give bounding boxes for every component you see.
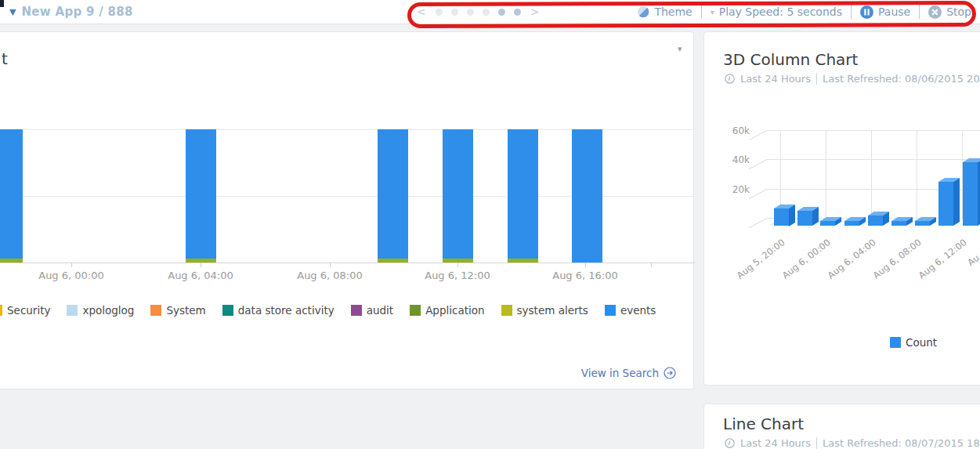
stacked-column-4[interactable] (443, 129, 473, 263)
pause-icon (860, 5, 873, 19)
pager-dot-5[interactable] (498, 9, 505, 16)
pager-dot-3[interactable] (467, 9, 474, 16)
events-segment (0, 129, 23, 263)
application-segment (0, 259, 23, 263)
pager-dot-4[interactable] (483, 9, 490, 16)
stacked-column-3[interactable] (378, 129, 408, 263)
x-axis-tick (71, 263, 72, 267)
events-segment (508, 129, 538, 263)
chevron-down-icon: ▾ (711, 8, 714, 16)
play-speed-label: Play Speed: 5 seconds (719, 5, 842, 18)
app-title: New App 9 / 888 (21, 5, 132, 19)
pager-prev-button[interactable]: < (414, 5, 429, 18)
gridline-3d-stub (749, 189, 767, 199)
column-3d-3[interactable] (820, 221, 835, 226)
x-axis-tick (585, 263, 586, 267)
x-axis-tick (457, 263, 458, 267)
subtitle-divider (816, 437, 817, 449)
pause-label: Pause (878, 5, 910, 18)
legend-item-system[interactable]: System (150, 304, 205, 317)
pager-dot-2[interactable] (451, 9, 458, 16)
column-3d-7[interactable] (915, 221, 930, 226)
legend-item-audit[interactable]: audit (351, 304, 393, 317)
legend-swatch (890, 337, 901, 348)
main-chart-legend: SecurityxpologlogSystemdata store activi… (0, 304, 656, 317)
legend-item-data-store-activity[interactable]: data store activity (222, 304, 335, 317)
x-tick-label: Aug 6, 16:00 (530, 270, 640, 281)
stacked-column-5[interactable] (508, 129, 538, 263)
legend-swatch (67, 305, 78, 316)
column-3d-side-face (789, 205, 795, 226)
pager-dots (436, 9, 521, 16)
line-chart-card: Line Chart Last 24 Hours Last Refreshed:… (703, 404, 980, 449)
events-segment (378, 129, 408, 263)
legend-item-xpologlog[interactable]: xpologlog (67, 304, 134, 317)
gridline-3d-vertical (826, 130, 826, 219)
legend-label: system alerts (517, 304, 588, 317)
stacked-column-2[interactable] (186, 129, 216, 263)
legend-label: Count (906, 336, 937, 349)
stacked-column-6[interactable] (572, 129, 602, 263)
app-header: ▼ New App 9 / 888 < > Theme ▾ Play Speed… (0, 0, 980, 24)
gridline-3d-stub (749, 218, 767, 228)
legend-item-application[interactable]: Application (410, 304, 484, 317)
app-title-dropdown[interactable]: ▼ New App 9 / 888 (9, 0, 133, 24)
playback-toolbar: Theme ▾ Play Speed: 5 seconds Pause Stop (637, 0, 971, 24)
pause-button[interactable]: Pause (860, 5, 910, 19)
application-segment (378, 259, 408, 263)
stop-button[interactable]: Stop (928, 5, 971, 19)
pager-next-button[interactable]: > (527, 5, 543, 18)
column-3d-2[interactable] (797, 211, 812, 226)
theme-button[interactable]: Theme (637, 5, 692, 18)
time-range-label: Last 24 Hours (740, 437, 811, 449)
column-3d-5[interactable] (868, 215, 883, 226)
legend-label: System (166, 304, 205, 317)
stop-label: Stop (946, 5, 971, 18)
x-axis-tick (651, 263, 652, 267)
stacked-column-1[interactable] (0, 129, 23, 263)
column-3d-6[interactable] (891, 221, 906, 226)
stop-icon (928, 5, 942, 19)
legend-swatch (0, 305, 2, 316)
dashboard-pager: < > (414, 0, 542, 24)
column-3d-9[interactable] (963, 162, 978, 226)
legend-item-security[interactable]: Security (0, 304, 50, 317)
clock-icon (725, 438, 735, 448)
application-segment (508, 259, 538, 263)
caret-down-icon: ▼ (9, 8, 16, 16)
line-chart-subtitle: Last 24 Hours Last Refreshed: 08/07/2015… (725, 437, 980, 449)
legend-item-events[interactable]: events (605, 304, 656, 317)
view-in-search-link[interactable]: View in Search (581, 367, 676, 379)
pager-dot-6[interactable] (514, 9, 521, 16)
x-axis-tick (330, 263, 331, 267)
last-refreshed-label: Last Refreshed: 08/07/2015 18:0 (823, 437, 980, 449)
x-tick-label: Aug 6, 04:00 (146, 270, 255, 281)
column-3d-8[interactable] (938, 182, 953, 226)
pager-dot-1[interactable] (436, 9, 443, 16)
legend-swatch (501, 305, 512, 316)
toolbar-divider (919, 5, 920, 19)
x-tick-label: Aug 6, 08:00 (275, 270, 385, 281)
legend-label: events (620, 304, 656, 317)
events-segment (186, 129, 216, 263)
chart3d-plot: Aug 5, 20:00Aug 6, 00:00Aug 6, 04:00Aug … (704, 32, 980, 386)
count-legend-item[interactable]: Count (890, 336, 937, 349)
legend-label: audit (367, 304, 393, 317)
events-segment (443, 129, 473, 263)
main-chart-card: t ▾ Aug 6, 00:00Aug 6, 04:00Aug 6, 08:00… (0, 31, 694, 389)
legend-label: Application (425, 304, 484, 317)
gridline-3d (767, 159, 980, 160)
column-3d-4[interactable] (844, 221, 859, 226)
legend-swatch (222, 305, 233, 316)
legend-label: Security (7, 304, 50, 317)
column-3d-1[interactable] (774, 208, 789, 226)
legend-label: data store activity (238, 304, 335, 317)
column-3d-side-face (953, 178, 960, 226)
legend-item-system-alerts[interactable]: system alerts (501, 304, 588, 317)
legend-label: xpologlog (82, 304, 134, 317)
line-chart-title: Line Chart (723, 415, 804, 433)
gridline-3d-stub (749, 159, 767, 169)
theme-contrast-icon (637, 5, 649, 18)
play-speed-button[interactable]: ▾ Play Speed: 5 seconds (711, 5, 842, 18)
column-3d-chart-card: 3D Column Chart Last 24 Hours Last Refre… (703, 31, 980, 386)
